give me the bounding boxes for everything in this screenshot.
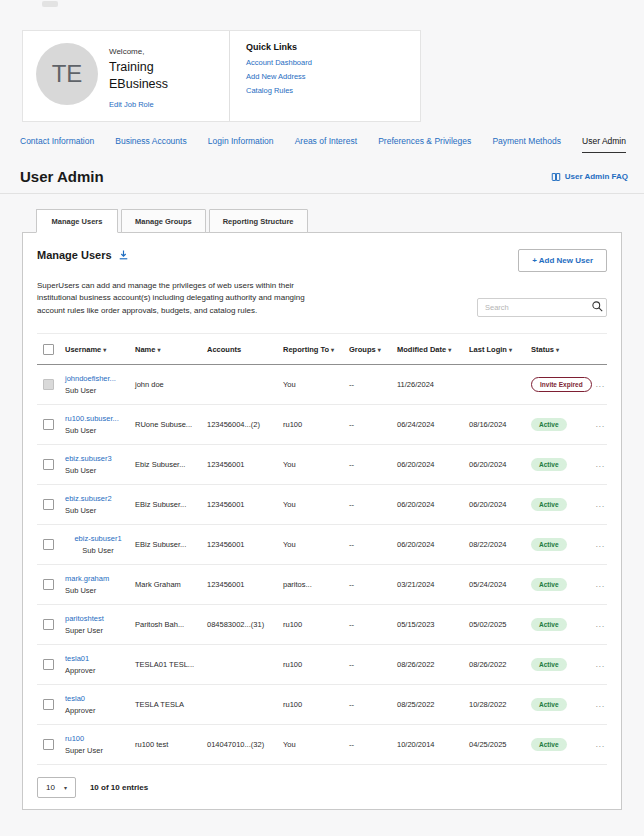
row-checkbox[interactable] bbox=[43, 459, 54, 470]
status-badge: Active bbox=[531, 738, 567, 751]
nav-login-information[interactable]: Login Information bbox=[208, 136, 274, 152]
user-role: Sub User bbox=[65, 586, 131, 596]
groups-cell: -- bbox=[349, 700, 397, 709]
name-cell: john doe bbox=[135, 380, 207, 389]
nav-payment-methods[interactable]: Payment Methods bbox=[492, 136, 561, 152]
top-navigation: Contact Information Business Accounts Lo… bbox=[20, 136, 626, 153]
reporting-to-cell: ru100 bbox=[283, 700, 349, 709]
row-menu-button[interactable]: ... bbox=[589, 620, 607, 629]
search-icon[interactable] bbox=[591, 299, 604, 317]
user-role: Approver bbox=[65, 706, 131, 716]
modified-date-cell: 11/26/2024 bbox=[397, 380, 469, 389]
username-link[interactable]: ru100.subuser... bbox=[65, 414, 131, 425]
status-badge: Active bbox=[531, 498, 567, 511]
username-link[interactable]: ru100 bbox=[65, 734, 131, 745]
row-menu-button[interactable]: ... bbox=[589, 540, 607, 549]
select-all-checkbox[interactable] bbox=[43, 344, 54, 355]
add-new-user-button[interactable]: + Add New User bbox=[518, 249, 607, 272]
last-login-cell: 08/22/2024 bbox=[469, 540, 531, 549]
row-menu-button[interactable]: ... bbox=[589, 740, 607, 749]
tab-manage-users[interactable]: Manage Users bbox=[36, 209, 118, 233]
status-badge: Active bbox=[531, 538, 567, 551]
col-username[interactable]: Username bbox=[65, 345, 101, 354]
welcome-card: TE Welcome, Training EBusiness Edit Job … bbox=[22, 30, 421, 122]
quick-link-account-dashboard[interactable]: Account Dashboard bbox=[246, 58, 420, 67]
username-link[interactable]: tesla01 bbox=[65, 654, 131, 665]
col-reporting-to[interactable]: Reporting To bbox=[283, 345, 329, 354]
accounts-cell: 123456001 bbox=[207, 460, 283, 469]
row-menu-button[interactable]: ... bbox=[589, 580, 607, 589]
search-input[interactable] bbox=[477, 298, 607, 317]
row-checkbox[interactable] bbox=[43, 419, 54, 430]
user-role: Sub User bbox=[65, 426, 131, 436]
download-icon[interactable] bbox=[118, 249, 129, 261]
row-menu-button[interactable]: ... bbox=[589, 380, 607, 389]
groups-cell: -- bbox=[349, 580, 397, 589]
tab-manage-groups[interactable]: Manage Groups bbox=[121, 209, 206, 233]
col-status[interactable]: Status bbox=[531, 345, 554, 354]
nav-business-accounts[interactable]: Business Accounts bbox=[115, 136, 186, 152]
user-role: Sub User bbox=[65, 386, 131, 396]
quick-link-catalog-rules[interactable]: Catalog Rules bbox=[246, 86, 420, 95]
groups-cell: -- bbox=[349, 540, 397, 549]
row-checkbox[interactable] bbox=[43, 619, 54, 630]
row-checkbox bbox=[43, 379, 54, 390]
row-menu-button[interactable]: ... bbox=[589, 460, 607, 469]
users-table: Username▾ Name▾ Accounts Reporting To▾ G… bbox=[37, 333, 607, 765]
row-menu-button[interactable]: ... bbox=[589, 500, 607, 509]
quick-link-add-new-address[interactable]: Add New Address bbox=[246, 72, 420, 81]
row-checkbox[interactable] bbox=[43, 739, 54, 750]
table-row: tesla0Approver TESLA TESLA ru100 -- 08/2… bbox=[37, 685, 607, 725]
nav-user-admin[interactable]: User Admin bbox=[582, 136, 626, 153]
last-login-cell: 04/25/2025 bbox=[469, 740, 531, 749]
row-checkbox[interactable] bbox=[43, 659, 54, 670]
row-menu-button[interactable]: ... bbox=[589, 660, 607, 669]
row-checkbox[interactable] bbox=[43, 699, 54, 710]
nav-contact-information[interactable]: Contact Information bbox=[20, 136, 94, 152]
page-size-select[interactable]: 10 ▾ bbox=[37, 777, 76, 798]
user-admin-faq-link[interactable]: User Admin FAQ bbox=[551, 172, 628, 182]
row-menu-button[interactable]: ... bbox=[589, 700, 607, 709]
name-cell: TESLA01 TESL... bbox=[135, 660, 207, 669]
welcome-label: Welcome, bbox=[109, 47, 168, 56]
nav-areas-of-interest[interactable]: Areas of Interest bbox=[295, 136, 357, 152]
status-badge: Active bbox=[531, 418, 567, 431]
col-accounts: Accounts bbox=[207, 345, 241, 354]
status-badge: Invite Expired bbox=[531, 377, 592, 392]
tab-reporting-structure[interactable]: Reporting Structure bbox=[209, 209, 308, 233]
row-checkbox[interactable] bbox=[43, 579, 54, 590]
modified-date-cell: 10/20/2014 bbox=[397, 740, 469, 749]
col-last-login[interactable]: Last Login bbox=[469, 345, 507, 354]
username-link[interactable]: mark.graham bbox=[65, 574, 131, 585]
username-link[interactable]: ebiz.subuser3 bbox=[65, 454, 131, 465]
username-link[interactable]: ebiz.subuser2 bbox=[65, 494, 131, 505]
manage-users-panel: Manage Users + Add New User SuperUsers c… bbox=[22, 232, 622, 810]
table-row: ebiz.subuser2Sub User EBiz Subuser... 12… bbox=[37, 485, 607, 525]
col-modified-date[interactable]: Modified Date bbox=[397, 345, 446, 354]
manage-users-description: SuperUsers can add and manage the privil… bbox=[37, 280, 305, 317]
nav-preferences-privileges[interactable]: Preferences & Privileges bbox=[378, 136, 471, 152]
accounts-cell: 123456004...(2) bbox=[207, 420, 283, 429]
row-checkbox[interactable] bbox=[43, 499, 54, 510]
reporting-to-cell: You bbox=[283, 460, 349, 469]
reporting-to-cell: You bbox=[283, 380, 349, 389]
row-menu-button[interactable]: ... bbox=[589, 420, 607, 429]
username-link[interactable]: tesla0 bbox=[65, 694, 131, 705]
username-link[interactable]: paritoshtest bbox=[65, 614, 131, 625]
accounts-cell: 123456001 bbox=[207, 500, 283, 509]
edit-job-role-link[interactable]: Edit Job Role bbox=[109, 100, 154, 109]
groups-cell: -- bbox=[349, 740, 397, 749]
modified-date-cell: 06/20/2024 bbox=[397, 460, 469, 469]
user-role: Super User bbox=[65, 626, 131, 636]
username-link[interactable]: ebiz-subuser1 bbox=[65, 534, 131, 545]
col-groups[interactable]: Groups bbox=[349, 345, 376, 354]
quick-links-section: Quick Links Account Dashboard Add New Ad… bbox=[229, 31, 420, 121]
table-row: ebiz-subuser1Sub User EBiz Subuser... 12… bbox=[37, 525, 607, 565]
table-row: ebiz.subuser3Sub User Ebiz Subuser... 12… bbox=[37, 445, 607, 485]
col-name[interactable]: Name bbox=[135, 345, 155, 354]
manage-users-heading: Manage Users bbox=[37, 249, 112, 261]
sort-arrow-icon: ▾ bbox=[331, 347, 334, 353]
username-link[interactable]: johndoefisher... bbox=[65, 374, 131, 385]
row-checkbox[interactable] bbox=[43, 539, 54, 550]
user-role: Sub User bbox=[65, 546, 131, 556]
